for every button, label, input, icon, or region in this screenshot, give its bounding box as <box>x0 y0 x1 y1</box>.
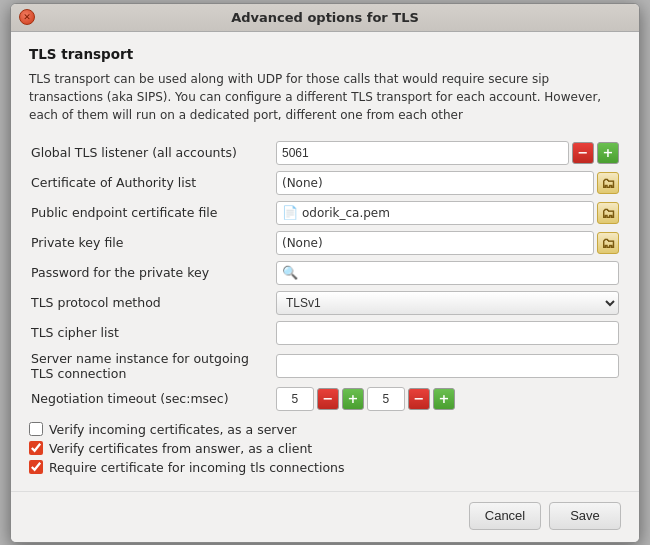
timeout-input-row: − + − + <box>276 387 619 411</box>
cipher-label: TLS cipher list <box>29 318 274 348</box>
private-key-display: (None) <box>276 231 594 255</box>
timeout-sec-minus-button[interactable]: − <box>317 388 339 410</box>
cipher-input-row <box>276 321 619 345</box>
password-label: Password for the private key <box>29 258 274 288</box>
verify-incoming-label: Verify incoming certificates, as a serve… <box>49 422 297 437</box>
cert-authority-input-row: (None) 🗂 <box>276 171 619 195</box>
protocol-select[interactable]: TLSv1 SSLv2 SSLv3 SSLv23 <box>276 291 619 315</box>
verify-answer-checkbox[interactable] <box>29 441 43 455</box>
public-endpoint-row: Public endpoint certificate file 📄 odori… <box>29 198 621 228</box>
protocol-row: TLS protocol method TLSv1 SSLv2 SSLv3 SS… <box>29 288 621 318</box>
timeout-label: Negotiation timeout (sec:msec) <box>29 384 274 414</box>
close-button[interactable] <box>19 9 35 25</box>
global-tls-plus-button[interactable]: + <box>597 142 619 164</box>
verify-answer-row: Verify certificates from answer, as a cl… <box>29 441 621 456</box>
checkboxes-section: Verify incoming certificates, as a serve… <box>29 422 621 475</box>
verify-answer-label: Verify certificates from answer, as a cl… <box>49 441 312 456</box>
public-endpoint-input-row: 📄 odorik_ca.pem 🗂 <box>276 201 619 225</box>
cert-authority-folder-button[interactable]: 🗂 <box>597 172 619 194</box>
content-area: TLS transport TLS transport can be used … <box>11 32 639 491</box>
footer: Cancel Save <box>11 491 639 542</box>
timeout-sec-input[interactable] <box>276 387 314 411</box>
timeout-row: Negotiation timeout (sec:msec) − + − + <box>29 384 621 414</box>
protocol-label: TLS protocol method <box>29 288 274 318</box>
public-endpoint-folder-button[interactable]: 🗂 <box>597 202 619 224</box>
cipher-row: TLS cipher list <box>29 318 621 348</box>
timeout-msec-plus-button[interactable]: + <box>433 388 455 410</box>
private-key-input-row: (None) 🗂 <box>276 231 619 255</box>
verify-incoming-row: Verify incoming certificates, as a serve… <box>29 422 621 437</box>
timeout-sec-plus-button[interactable]: + <box>342 388 364 410</box>
global-tls-minus-button[interactable]: − <box>572 142 594 164</box>
file-icon: 📄 <box>282 205 298 220</box>
cancel-button[interactable]: Cancel <box>469 502 541 530</box>
titlebar: Advanced options for TLS <box>11 4 639 32</box>
global-tls-label: Global TLS listener (all accounts) <box>29 138 274 168</box>
private-key-row: Private key file (None) 🗂 <box>29 228 621 258</box>
password-row: Password for the private key 🔍 <box>29 258 621 288</box>
public-endpoint-label: Public endpoint certificate file <box>29 198 274 228</box>
verify-incoming-checkbox[interactable] <box>29 422 43 436</box>
public-endpoint-value: odorik_ca.pem <box>302 206 390 220</box>
cert-authority-label: Certificate of Authority list <box>29 168 274 198</box>
server-name-label: Server name instance for outgoing TLS co… <box>29 348 274 384</box>
cert-authority-display: (None) <box>276 171 594 195</box>
password-input-row: 🔍 <box>276 261 619 285</box>
server-name-input-row <box>276 354 619 378</box>
window-title: Advanced options for TLS <box>43 10 607 25</box>
form-table: Global TLS listener (all accounts) − + C… <box>29 138 621 414</box>
private-key-label: Private key file <box>29 228 274 258</box>
public-endpoint-display: 📄 odorik_ca.pem <box>276 201 594 225</box>
timeout-msec-input[interactable] <box>367 387 405 411</box>
private-key-value: (None) <box>282 236 323 250</box>
cipher-input[interactable] <box>276 321 619 345</box>
cert-authority-value: (None) <box>282 176 323 190</box>
server-name-row: Server name instance for outgoing TLS co… <box>29 348 621 384</box>
save-button[interactable]: Save <box>549 502 621 530</box>
section-title: TLS transport <box>29 46 621 62</box>
global-tls-input-row: − + <box>276 141 619 165</box>
require-cert-label: Require certificate for incoming tls con… <box>49 460 345 475</box>
magnifier-icon: 🔍 <box>282 265 298 280</box>
private-key-folder-button[interactable]: 🗂 <box>597 232 619 254</box>
require-cert-row: Require certificate for incoming tls con… <box>29 460 621 475</box>
global-tls-input[interactable] <box>276 141 569 165</box>
global-tls-row: Global TLS listener (all accounts) − + <box>29 138 621 168</box>
require-cert-checkbox[interactable] <box>29 460 43 474</box>
main-window: Advanced options for TLS TLS transport T… <box>10 3 640 543</box>
timeout-msec-minus-button[interactable]: − <box>408 388 430 410</box>
password-display: 🔍 <box>276 261 619 285</box>
protocol-input-row: TLSv1 SSLv2 SSLv3 SSLv23 <box>276 291 619 315</box>
section-description: TLS transport can be used along with UDP… <box>29 70 621 124</box>
cert-authority-row: Certificate of Authority list (None) 🗂 <box>29 168 621 198</box>
server-name-input[interactable] <box>276 354 619 378</box>
